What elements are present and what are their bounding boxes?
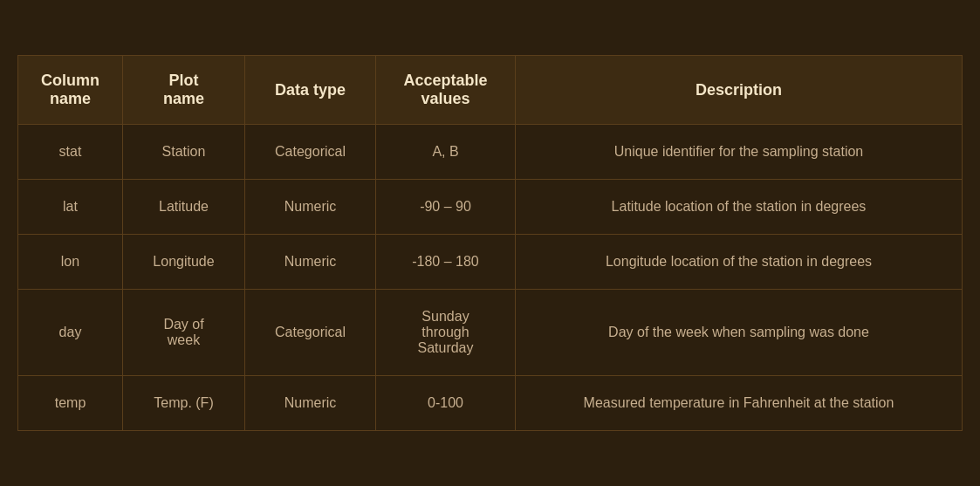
table-row: temp Temp. (F) Numeric 0-100 Measured te… [18,376,963,431]
cell-acceptable-values: -180 – 180 [376,235,516,290]
header-acceptable-values: Acceptablevalues [376,56,516,125]
cell-description: Longitude location of the station in deg… [516,235,963,290]
cell-column-name: temp [18,376,123,431]
table-header-row: Columnname Plotname Data type Acceptable… [18,56,963,125]
cell-column-name: day [18,290,123,376]
header-column-name: Columnname [18,56,123,125]
cell-column-name: lat [18,180,123,235]
table-row: day Day of week Categorical Sunday throu… [18,290,963,376]
header-plot-name: Plotname [123,56,245,125]
cell-column-name: stat [18,125,123,180]
cell-description: Latitude location of the station in degr… [516,180,963,235]
cell-description: Measured temperature in Fahrenheit at th… [516,376,963,431]
cell-data-type: Numeric [245,235,376,290]
cell-column-name: lon [18,235,123,290]
cell-plot-name: Station [123,125,245,180]
cell-acceptable-values: A, B [376,125,516,180]
cell-acceptable-values: -90 – 90 [376,180,516,235]
cell-plot-name: Temp. (F) [123,376,245,431]
table-row: lat Latitude Numeric -90 – 90 Latitude l… [18,180,963,235]
table-container: Columnname Plotname Data type Acceptable… [0,0,980,486]
header-data-type: Data type [245,56,376,125]
cell-data-type: Categorical [245,125,376,180]
cell-plot-name: Day of week [123,290,245,376]
table-row: lon Longitude Numeric -180 – 180 Longitu… [18,235,963,290]
cell-data-type: Numeric [245,376,376,431]
header-description: Description [516,56,963,125]
cell-acceptable-values: 0-100 [376,376,516,431]
cell-plot-name: Latitude [123,180,245,235]
table-row: stat Station Categorical A, B Unique ide… [18,125,963,180]
cell-description: Unique identifier for the sampling stati… [516,125,963,180]
data-table: Columnname Plotname Data type Acceptable… [17,55,963,431]
cell-data-type: Categorical [245,290,376,376]
cell-acceptable-values: Sunday through Saturday [376,290,516,376]
cell-description: Day of the week when sampling was done [516,290,963,376]
cell-data-type: Numeric [245,180,376,235]
cell-plot-name: Longitude [123,235,245,290]
